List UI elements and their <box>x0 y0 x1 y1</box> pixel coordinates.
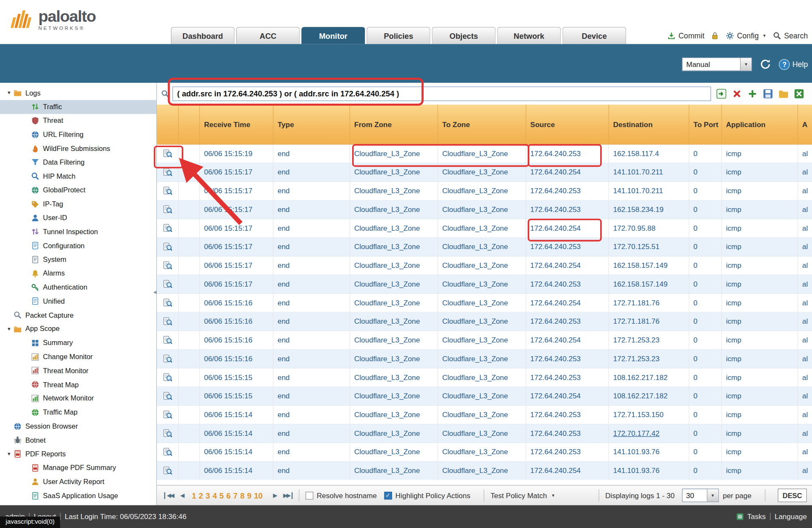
sidebar-item-pdf-reports[interactable]: ▼PDF Reports <box>0 447 156 461</box>
log-detail-icon[interactable] <box>162 168 172 177</box>
refresh-icon[interactable] <box>760 58 772 70</box>
log-detail-button[interactable] <box>157 368 179 387</box>
log-detail-icon[interactable] <box>162 466 172 476</box>
sidebar-item-data-filtering[interactable]: Data Filtering <box>0 155 156 169</box>
tasks-button[interactable]: Tasks <box>747 513 766 521</box>
column-header-receive-time[interactable]: Receive Time <box>200 104 274 144</box>
column-header-destination[interactable]: Destination <box>609 104 689 144</box>
log-detail-icon[interactable] <box>162 392 172 401</box>
log-detail-icon[interactable] <box>162 242 172 252</box>
log-detail-icon[interactable] <box>162 373 172 382</box>
page-link-2[interactable]: 2 <box>199 491 203 500</box>
log-detail-button[interactable] <box>157 256 179 275</box>
sidebar-item-botnet[interactable]: Botnet <box>0 433 156 447</box>
log-detail-icon[interactable] <box>162 410 172 419</box>
column-header-type[interactable]: Type <box>273 104 350 144</box>
column-header-a[interactable]: A <box>798 104 812 144</box>
dropdown-arrow-icon[interactable]: ▼ <box>707 489 718 502</box>
search-button[interactable]: Search <box>773 32 808 40</box>
tab-dashboard[interactable]: Dashboard <box>171 27 234 44</box>
page-link-3[interactable]: 3 <box>205 491 210 500</box>
sidebar-item-summary[interactable]: Summary <box>0 336 156 350</box>
refresh-mode-dropdown[interactable]: Manual ▼ <box>682 58 752 71</box>
log-detail-button[interactable] <box>157 461 179 480</box>
log-detail-button[interactable] <box>157 294 179 313</box>
column-header-application[interactable]: Application <box>722 104 798 144</box>
save-filter-icon[interactable] <box>763 89 773 99</box>
sidebar-item-alarms[interactable]: Alarms <box>0 267 156 281</box>
log-filter-input[interactable] <box>173 87 711 101</box>
log-detail-button[interactable] <box>157 182 179 200</box>
sidebar-item-globalprotect[interactable]: GlobalProtect <box>0 183 156 197</box>
log-detail-button[interactable] <box>157 350 179 368</box>
last-page-button[interactable]: ▶▶ <box>283 492 292 499</box>
sidebar-item-unified[interactable]: Unified <box>0 294 156 308</box>
sidebar-item-manage-pdf-summary[interactable]: Manage PDF Summary <box>0 461 156 475</box>
expand-caret-icon[interactable]: ▼ <box>7 90 14 96</box>
dropdown-arrow-icon[interactable]: ▼ <box>740 58 751 70</box>
help-button[interactable]: ? Help <box>779 59 808 70</box>
column-header-to-port[interactable]: To Port <box>689 104 722 144</box>
log-detail-button[interactable] <box>157 424 179 443</box>
config-button[interactable]: Config ▼ <box>725 32 766 40</box>
tab-network[interactable]: Network <box>497 27 561 44</box>
sort-order-dropdown[interactable]: DESC <box>778 489 807 502</box>
log-detail-button[interactable] <box>157 443 179 462</box>
sidebar-item-wildfire-submissions[interactable]: WildFire Submissions <box>0 142 156 156</box>
previous-page-button[interactable]: ◀ <box>180 492 184 499</box>
log-detail-button[interactable] <box>157 331 179 350</box>
page-link-8[interactable]: 8 <box>240 491 244 500</box>
apply-filter-icon[interactable] <box>716 89 726 99</box>
log-detail-button[interactable] <box>157 145 179 163</box>
resolve-hostname-checkbox[interactable] <box>305 491 313 499</box>
sidebar-item-traffic[interactable]: Traffic <box>0 100 156 114</box>
sidebar-item-traffic-map[interactable]: Traffic Map <box>0 405 156 419</box>
log-detail-icon[interactable] <box>162 223 172 233</box>
sidebar-item-url-filtering[interactable]: URL Filtering <box>0 128 156 142</box>
sidebar-item-change-monitor[interactable]: Change Monitor <box>0 350 156 364</box>
page-link-1[interactable]: 1 <box>192 491 196 500</box>
tab-monitor[interactable]: Monitor <box>301 27 365 44</box>
tab-acc[interactable]: ACC <box>236 27 300 44</box>
per-page-dropdown[interactable]: 30 ▼ <box>682 489 719 502</box>
add-filter-icon[interactable] <box>747 89 757 99</box>
sidebar-item-configuration[interactable]: Configuration <box>0 239 156 253</box>
log-detail-button[interactable] <box>157 219 179 238</box>
log-detail-button[interactable] <box>157 387 179 406</box>
expand-caret-icon[interactable]: ▼ <box>7 451 14 456</box>
page-link-7[interactable]: 7 <box>233 491 237 500</box>
log-detail-icon[interactable] <box>162 149 172 158</box>
log-detail-button[interactable] <box>157 200 179 219</box>
sidebar-item-authentication[interactable]: Authentication <box>0 280 156 294</box>
log-detail-icon[interactable] <box>162 261 172 270</box>
log-detail-icon[interactable] <box>162 429 172 438</box>
lock-icon[interactable] <box>711 32 720 40</box>
first-page-button[interactable]: ◀◀ <box>164 492 173 499</box>
sidebar-item-hip-match[interactable]: HIP Match <box>0 169 156 183</box>
sidebar-item-session-browser[interactable]: Session Browser <box>0 419 156 433</box>
language-button[interactable]: Language <box>774 513 807 521</box>
sidebar-item-ip-tag[interactable]: IP-Tag <box>0 197 156 211</box>
sidebar-item-network-monitor[interactable]: Network Monitor <box>0 392 156 406</box>
sidebar-item-saas-application-usage[interactable]: SaaS Application Usage <box>0 489 156 503</box>
log-detail-button[interactable] <box>157 406 179 424</box>
sidebar-item-packet-capture[interactable]: Packet Capture <box>0 308 156 322</box>
sidebar-item-tunnel-inspection[interactable]: Tunnel Inspection <box>0 225 156 239</box>
sidebar-item-logs[interactable]: ▼Logs <box>0 86 156 100</box>
highlight-policy-actions-checkbox[interactable] <box>384 491 392 499</box>
sidebar-item-system[interactable]: System <box>0 252 156 267</box>
next-page-button[interactable]: ▶ <box>273 492 276 499</box>
tab-objects[interactable]: Objects <box>432 27 495 44</box>
commit-button[interactable]: Commit <box>667 32 704 40</box>
column-header-source[interactable]: Source <box>526 104 609 144</box>
log-detail-icon[interactable] <box>162 354 172 363</box>
sidebar-item-user-activity-report[interactable]: User Activity Report <box>0 475 156 489</box>
export-logs-icon[interactable] <box>794 89 804 99</box>
log-detail-icon[interactable] <box>162 447 172 457</box>
sidebar-item-threat-monitor[interactable]: Threat Monitor <box>0 364 156 378</box>
log-detail-icon[interactable] <box>162 335 172 345</box>
test-policy-match-button[interactable]: Test Policy Match ▼ <box>491 491 555 499</box>
page-link-5[interactable]: 5 <box>220 491 224 500</box>
page-link-9[interactable]: 9 <box>247 491 251 500</box>
log-detail-button[interactable] <box>157 238 179 256</box>
